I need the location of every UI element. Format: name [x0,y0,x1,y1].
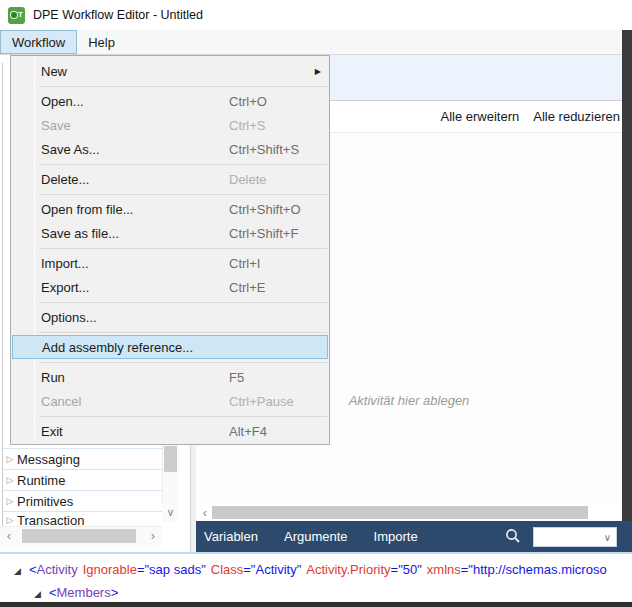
outline-expanded-icon[interactable]: ◢ [14,566,21,576]
menu-item-options[interactable]: Options... [11,305,329,329]
workflow-menu-popup: New ▶ Open... Ctrl+O Save Ctrl+S Save As… [10,55,330,445]
xaml-line-members[interactable]: ◢<Members> [34,585,118,600]
menu-item-label: Import... [41,256,89,271]
menu-separator [39,332,327,333]
menu-item-label: Save as file... [41,226,119,241]
expander-collapsed-icon[interactable]: ▷ [3,475,17,485]
menu-workflow[interactable]: Workflow [0,30,77,54]
menu-item-shortcut: Ctrl+Shift+F [229,226,298,241]
toolbox-category-label: Primitives [17,494,73,509]
toolbox-category-runtime[interactable]: ▷ Runtime [3,469,162,490]
app-icon: T [8,7,25,24]
canvas-horizontal-scrollbar-thumb[interactable] [212,506,588,519]
toolbox-horizontal-scrollbar-thumb[interactable] [22,529,136,543]
menu-item-open[interactable]: Open... Ctrl+O [11,89,329,113]
menu-item-open-from-file[interactable]: Open from file... Ctrl+Shift+O [11,197,329,221]
menu-separator [39,302,327,303]
tab-argumente[interactable]: Argumente [284,529,348,544]
background-window-edge [622,30,632,521]
toolbox-category-label: Messaging [17,452,80,467]
menu-item-save: Save Ctrl+S [11,113,329,137]
designer-bottom-bar: Variablen Argumente Importe ∨ [196,521,632,552]
menu-separator [39,194,327,195]
menu-separator [39,164,327,165]
outline-expanded-icon[interactable]: ◢ [34,589,41,599]
toolbox-category-messaging[interactable]: ▷ Messaging [3,448,162,469]
menu-item-label: Open from file... [41,202,133,217]
search-icon[interactable] [504,527,522,545]
menu-item-label: Cancel [41,394,81,409]
menu-item-label: New [41,64,67,79]
menu-item-label: Export... [41,280,89,295]
menu-item-save-as-file[interactable]: Save as file... Ctrl+Shift+F [11,221,329,245]
app-icon-letter: T [18,10,23,19]
collapse-all-link[interactable]: Alle reduzieren [533,109,620,124]
bottom-window-edge [0,602,632,607]
menu-item-shortcut: Ctrl+S [229,118,265,133]
title-bar: T DPE Workflow Editor - Untitled [0,0,632,30]
menu-item-export[interactable]: Export... Ctrl+E [11,275,329,299]
xml-tag-name: Activity [37,562,78,577]
search-scope-combobox[interactable]: ∨ [533,527,617,547]
xml-attribute-name: Ignorable [83,562,137,577]
menu-separator [39,86,327,87]
menu-item-import[interactable]: Import... Ctrl+I [11,251,329,275]
menu-item-label: Run [41,370,65,385]
menu-item-shortcut: Ctrl+E [229,280,265,295]
tab-variablen[interactable]: Variablen [204,529,258,544]
menu-item-shortcut: Alt+F4 [229,424,267,439]
menu-item-shortcut: Ctrl+Shift+S [229,142,299,157]
xaml-outline-panel: ◢<ActivityIgnorable="sap sads"Class="Act… [0,552,632,602]
xml-delimiter: > [111,585,119,600]
menu-item-new[interactable]: New ▶ [11,59,329,83]
menu-help[interactable]: Help [77,30,126,54]
menu-item-label: Delete... [41,172,89,187]
menu-item-shortcut: F5 [229,370,244,385]
menu-bar: Workflow Help [0,30,622,55]
scrollbar-left-arrow-icon[interactable]: ‹ [2,528,16,545]
menu-item-shortcut: Ctrl+O [229,94,267,109]
menu-item-delete[interactable]: Delete... Delete [11,167,329,191]
menu-item-label: Options... [41,310,97,325]
xml-attribute-name: Class [211,562,244,577]
menu-item-save-as[interactable]: Save As... Ctrl+Shift+S [11,137,329,161]
toolbox-category-primitives[interactable]: ▷ Primitives [3,490,162,511]
toolbox-horizontal-scrollbar[interactable]: ‹ › [0,526,162,545]
scrollbar-down-arrow-icon[interactable]: ∨ [162,504,179,522]
xml-attribute-value: ="sap sads" [137,562,206,577]
expander-collapsed-icon[interactable]: ▷ [3,454,17,464]
menu-item-label: Save As... [41,142,100,157]
canvas-horizontal-scrollbar[interactable]: ‹ [196,504,632,521]
xml-attribute-name: Activity.Priority [306,562,390,577]
chevron-down-icon: ∨ [604,532,611,543]
toolbox-vertical-scrollbar-thumb[interactable] [164,446,177,472]
app-icon-ring [10,11,18,19]
menu-item-shortcut: Ctrl+Pause [229,394,294,409]
menu-item-label: Add assembly reference... [42,340,193,355]
menu-item-cancel: Cancel Ctrl+Pause [11,389,329,413]
menu-item-label: Save [41,118,71,133]
xml-attribute-value: ="http://schemas.microso [461,562,607,577]
xaml-line-activity[interactable]: ◢<ActivityIgnorable="sap sads"Class="Act… [14,562,607,577]
menu-separator [39,416,327,417]
window-title: DPE Workflow Editor - Untitled [33,8,203,22]
menu-item-shortcut: Ctrl+Shift+O [229,202,301,217]
expander-collapsed-icon[interactable]: ▷ [3,496,17,506]
menu-item-run[interactable]: Run F5 [11,365,329,389]
scrollbar-left-arrow-icon[interactable]: ‹ [198,505,212,522]
xml-attribute-value: ="Activity" [243,562,301,577]
menu-item-shortcut: Delete [229,172,267,187]
submenu-arrow-icon: ▶ [315,67,321,76]
expand-all-link[interactable]: Alle erweitern [441,109,520,124]
tab-importe[interactable]: Importe [374,529,418,544]
menu-item-exit[interactable]: Exit Alt+F4 [11,419,329,443]
expander-collapsed-icon[interactable]: ▷ [3,515,17,525]
xml-attribute-value: ="50" [391,562,422,577]
scrollbar-right-arrow-icon[interactable]: › [146,528,160,545]
toolbox-category-label: Runtime [17,473,65,488]
xml-tag-name: Members [57,585,111,600]
xml-attribute-name: xmlns [427,562,461,577]
menu-separator [39,362,327,363]
menu-item-add-assembly-reference[interactable]: Add assembly reference... [12,335,328,359]
xml-delimiter: < [29,562,37,577]
